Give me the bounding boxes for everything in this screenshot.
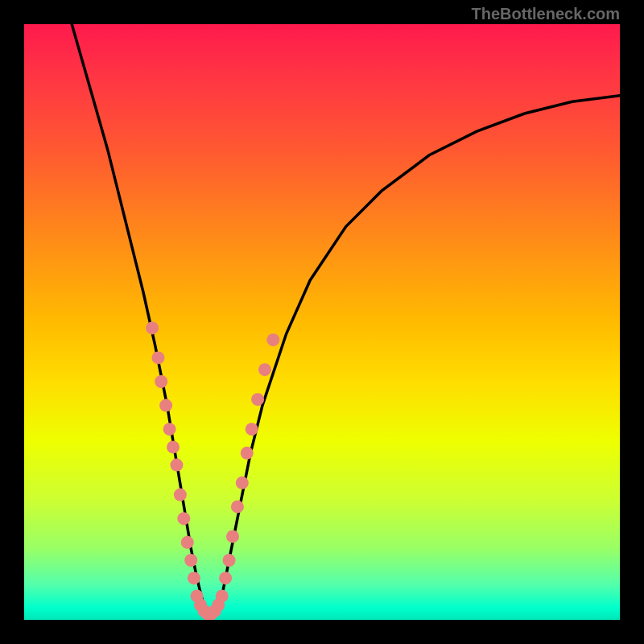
bottleneck-curve: [72, 24, 620, 614]
data-point: [163, 423, 176, 436]
data-point: [155, 375, 167, 388]
chart-overlay: [24, 24, 620, 620]
data-point: [170, 459, 183, 472]
data-point: [159, 399, 172, 412]
plot-area: [24, 24, 620, 620]
data-point: [216, 589, 229, 602]
data-point: [208, 605, 221, 617]
data-point: [236, 477, 249, 489]
data-point: [194, 599, 207, 612]
data-point: [212, 599, 225, 612]
data-point: [174, 489, 187, 502]
data-point: [146, 321, 159, 334]
data-point: [231, 500, 244, 513]
data-point: [204, 608, 217, 620]
data-point: [241, 447, 254, 460]
chart-container: TheBottleneck.com: [0, 0, 644, 644]
data-point: [251, 393, 264, 406]
data-point: [226, 530, 239, 543]
data-point: [258, 363, 271, 376]
data-point: [191, 589, 204, 602]
data-point: [201, 608, 214, 620]
data-point: [266, 333, 279, 346]
data-point: [181, 536, 194, 549]
data-point: [177, 512, 190, 525]
data-point: [246, 423, 258, 436]
data-point: [152, 351, 165, 364]
data-point: [188, 572, 200, 584]
data-markers: [146, 321, 279, 620]
data-point: [167, 440, 180, 453]
data-point: [223, 554, 236, 567]
data-point: [197, 605, 210, 617]
data-point: [184, 554, 197, 567]
data-point: [219, 572, 232, 584]
attribution-text: TheBottleneck.com: [472, 5, 620, 23]
